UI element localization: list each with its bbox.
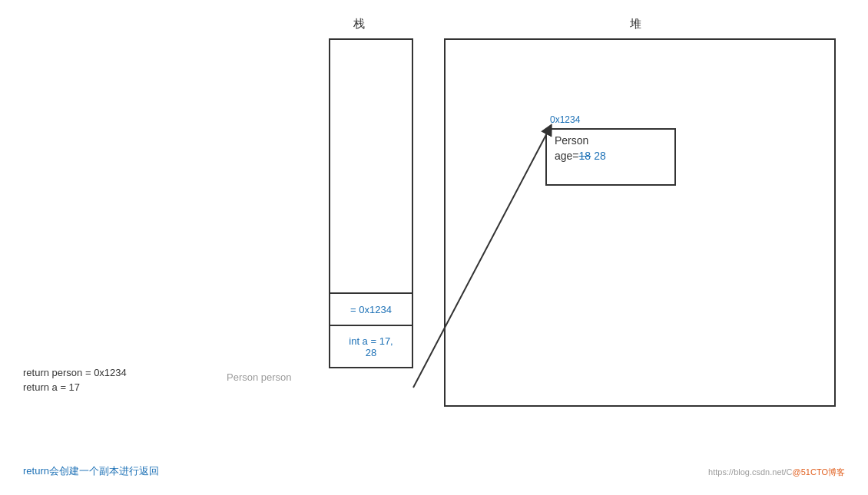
left-labels: return person = 0x1234 return a = 17 (23, 367, 127, 396)
age-label: age= (555, 150, 579, 162)
person-object-box: Person age=1828 (545, 128, 676, 186)
stack-box: = 0x1234 int a = 17, 28 (329, 38, 413, 368)
return-a-text: return a = 17 (23, 381, 80, 393)
person-inline-label: Person person (227, 371, 292, 383)
bottom-note: return会创建一个副本进行返回 (23, 464, 159, 478)
stack-cell-person-text: = 0x1234 (350, 304, 392, 315)
watermark-suffix: @51CTO博客 (793, 467, 845, 477)
heap-addr-label: 0x1234 (550, 114, 580, 125)
person-box-title: Person (555, 134, 667, 147)
stack-int-line1: int a = 17, (349, 335, 393, 347)
return-person-text: return person = 0x1234 (23, 367, 127, 378)
return-a-label: return a = 17 (23, 381, 127, 393)
zhan-label: 栈 (353, 17, 365, 31)
return-person-label: return person = 0x1234 (23, 367, 127, 378)
person-box-age: age=1828 (555, 150, 667, 162)
watermark-prefix: https://blog.csdn.net/C (708, 467, 792, 477)
stack-cell-person: = 0x1234 (330, 292, 412, 325)
heap-box: 0x1234 Person age=1828 (444, 38, 836, 407)
dui-label: 堆 (630, 17, 641, 31)
age-old-value: 18 (579, 150, 591, 162)
stack-cell-int: int a = 17, 28 (330, 325, 412, 367)
watermark: https://blog.csdn.net/C@51CTO博客 (708, 467, 845, 478)
stack-int-line2: 28 (366, 347, 376, 358)
age-new-value: 28 (594, 150, 606, 162)
